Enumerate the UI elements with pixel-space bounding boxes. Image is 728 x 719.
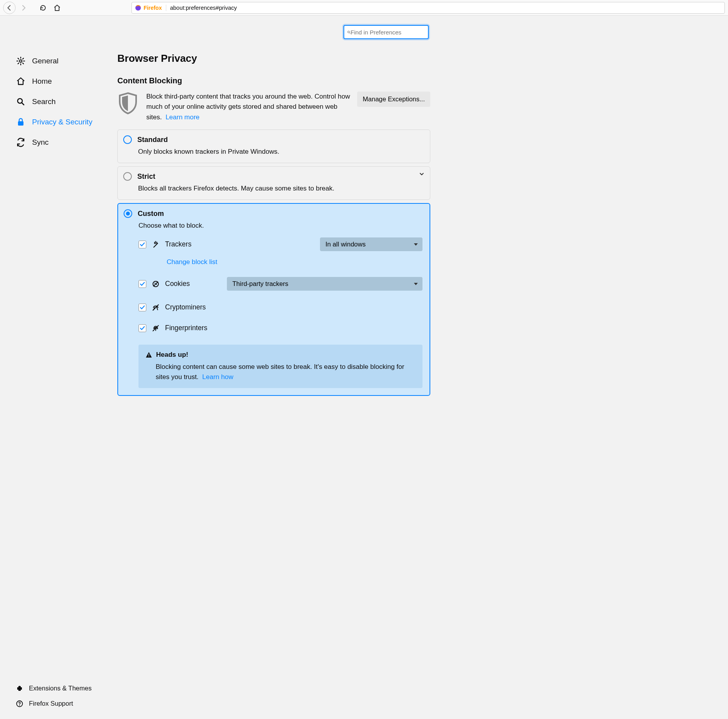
learn-more-link[interactable]: Learn more [165, 113, 200, 121]
radio-standard[interactable] [123, 135, 132, 144]
svg-point-8 [155, 282, 155, 283]
radio-strict[interactable] [123, 172, 132, 181]
preferences-sidebar: General Home Search Privacy & Security [0, 16, 117, 719]
manage-exceptions-button[interactable]: Manage Exceptions... [357, 92, 430, 107]
fingerprinters-icon [152, 325, 160, 332]
svg-rect-10 [149, 354, 149, 356]
puzzle-icon [16, 685, 23, 692]
sidebar-item-search[interactable]: Search [16, 92, 117, 112]
row-label: Trackers [165, 240, 191, 248]
option-standard[interactable]: Standard Only blocks known trackers in P… [117, 129, 430, 163]
back-button[interactable] [3, 2, 16, 14]
learn-how-link[interactable]: Learn how [202, 373, 233, 381]
option-desc: Choose what to block. [138, 222, 422, 230]
search-icon [347, 29, 351, 35]
svg-rect-3 [18, 121, 23, 126]
help-icon [16, 700, 23, 707]
svg-point-1 [20, 60, 22, 62]
option-custom[interactable]: Custom Choose what to block. Trackers In… [117, 203, 430, 396]
warning-icon [146, 352, 152, 358]
svg-rect-11 [149, 356, 149, 357]
trackers-icon [152, 241, 160, 248]
identity-label: Firefox [144, 5, 162, 11]
sync-icon [16, 138, 26, 147]
option-title: Standard [137, 136, 168, 144]
option-title: Custom [138, 210, 164, 218]
checkbox-fingerprinters[interactable] [138, 324, 146, 332]
lock-icon [16, 117, 26, 127]
trackers-dropdown[interactable]: In all windows [320, 237, 422, 251]
home-icon [16, 77, 26, 86]
option-strict[interactable]: Strict Blocks all trackers Firefox detec… [117, 166, 430, 200]
identity-box[interactable]: Firefox [135, 5, 166, 11]
sidebar-item-sync[interactable]: Sync [16, 132, 117, 153]
sidebar-item-support[interactable]: Firefox Support [16, 696, 117, 711]
svg-point-6 [348, 31, 350, 33]
sidebar-item-label: Home [32, 77, 52, 86]
search-icon [16, 97, 26, 106]
svg-point-5 [19, 705, 20, 706]
option-title: Strict [137, 173, 155, 181]
sidebar-item-label: Firefox Support [29, 700, 73, 707]
content-blocking-intro: Block third-party content that tracks yo… [146, 92, 350, 122]
sidebar-item-label: General [32, 57, 59, 65]
sidebar-item-label: Privacy & Security [32, 118, 92, 126]
sidebar-item-home[interactable]: Home [16, 71, 117, 92]
option-desc: Only blocks known trackers in Private Wi… [138, 148, 423, 156]
shield-icon [117, 92, 139, 115]
row-label: Cryptominers [165, 303, 206, 311]
content-blocking-heading: Content Blocking [117, 76, 430, 85]
sidebar-item-label: Sync [32, 138, 49, 147]
row-label: Fingerprinters [165, 324, 207, 332]
custom-row-trackers: Trackers In all windows [138, 237, 422, 251]
custom-row-cookies: Cookies Third-party trackers [138, 277, 422, 291]
chevron-down-icon[interactable] [419, 171, 424, 177]
checkbox-cookies[interactable] [138, 280, 146, 288]
url-text: about:preferences#privacy [170, 5, 237, 11]
heads-up-notice: Heads up! Blocking content can cause som… [138, 345, 422, 388]
checkbox-trackers[interactable] [138, 241, 146, 248]
sidebar-item-general[interactable]: General [16, 51, 117, 71]
row-label: Cookies [165, 280, 190, 288]
sidebar-item-extensions[interactable]: Extensions & Themes [16, 681, 117, 696]
change-block-list-link[interactable]: Change block list [167, 258, 217, 266]
option-desc: Blocks all trackers Firefox detects. May… [138, 185, 423, 192]
cookies-icon [152, 280, 160, 288]
page-title: Browser Privacy [117, 52, 430, 65]
checkbox-cryptominers[interactable] [138, 304, 146, 311]
gear-icon [16, 56, 26, 66]
forward-button [17, 2, 30, 14]
radio-custom[interactable] [124, 209, 132, 218]
sidebar-item-label: Extensions & Themes [29, 685, 92, 692]
reload-button[interactable] [37, 2, 49, 14]
sidebar-item-privacy[interactable]: Privacy & Security [16, 112, 117, 132]
custom-row-fingerprinters: Fingerprinters [138, 324, 422, 332]
firefox-icon [135, 5, 141, 11]
heads-up-title: Heads up! [156, 351, 188, 359]
custom-row-cryptominers: Cryptominers [138, 303, 422, 311]
search-input[interactable] [351, 29, 425, 36]
sidebar-item-label: Search [32, 97, 56, 106]
preferences-content: Browser Privacy Content Blocking Block t… [117, 16, 430, 719]
home-button[interactable] [51, 2, 63, 14]
browser-toolbar: Firefox about:preferences#privacy [0, 0, 728, 16]
url-bar[interactable]: Firefox about:preferences#privacy [131, 2, 725, 14]
preferences-search[interactable] [343, 25, 429, 39]
cryptominers-icon [152, 304, 160, 311]
heads-up-body: Blocking content can cause some web site… [156, 363, 404, 381]
cookies-dropdown[interactable]: Third-party trackers [227, 277, 422, 291]
